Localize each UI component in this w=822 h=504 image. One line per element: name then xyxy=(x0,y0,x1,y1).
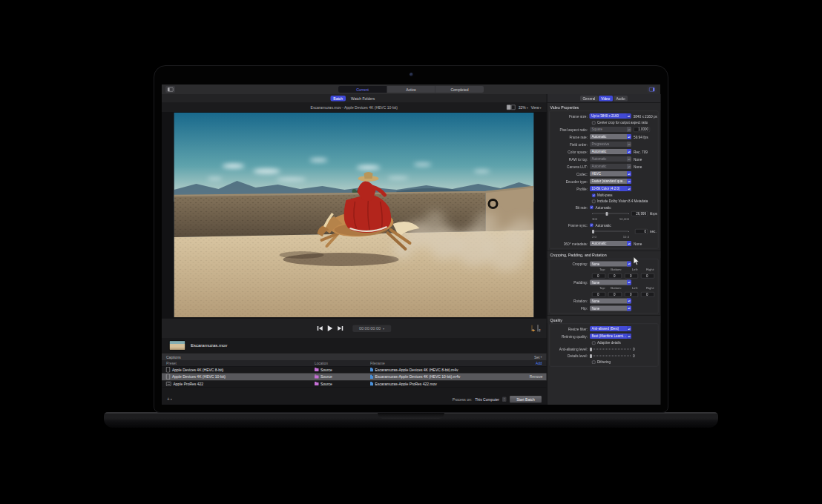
crop-top-field[interactable]: 0 xyxy=(592,273,605,279)
slider-thumb[interactable] xyxy=(590,348,592,351)
zoom-level-value: 32% xyxy=(519,105,526,110)
crop-right-field[interactable]: 0 xyxy=(641,273,654,279)
slider-thumb[interactable] xyxy=(590,354,592,358)
resize-filter-dropdown[interactable]: Anti-aliased (Best)▴▾ xyxy=(590,326,631,331)
meta360-dropdown[interactable]: Automatic▴▾ xyxy=(590,241,631,246)
bit-rate-slider[interactable] xyxy=(592,213,629,214)
color-space-dropdown[interactable]: Automatic▴▾ xyxy=(590,149,631,154)
pad-right-field[interactable]: 0 xyxy=(641,292,654,297)
preset-row-1[interactable]: Apple Devices 4K (HEVC 8-bit) Source Esc… xyxy=(162,366,547,374)
tab-batch[interactable]: Batch xyxy=(330,96,346,102)
file-icon xyxy=(370,382,373,386)
process-on-stepper[interactable]: ▵▿ xyxy=(502,397,507,402)
location-value: Source xyxy=(320,375,332,379)
pad-bottom-field[interactable]: 0 xyxy=(608,292,622,297)
frame-sync-field[interactable]: 0 xyxy=(635,229,648,234)
job-row[interactable]: Escaramuzas.mov xyxy=(162,338,547,353)
center-crop-row: Center crop for output aspect ratio xyxy=(592,120,657,126)
pixel-aspect-field[interactable]: 1.0000 xyxy=(634,127,650,132)
flip-dropdown[interactable]: None▴▾ xyxy=(590,306,631,311)
previous-frame-button[interactable] xyxy=(318,326,323,331)
inspector-toggle-button[interactable] xyxy=(647,86,657,93)
pixel-aspect-value: Square xyxy=(592,127,603,131)
frame-size-dropdown[interactable]: Up to 3840 x 2160▴▾ xyxy=(590,113,631,119)
frame-sync-auto-checkbox[interactable] xyxy=(590,223,594,227)
frame-sync-row: Frame sync: Automatic xyxy=(550,222,657,228)
view-menu-dropdown[interactable]: View xyxy=(531,105,542,110)
encoder-type-dropdown[interactable]: Faster (standard qua…▴▾ xyxy=(590,179,631,184)
next-frame-button[interactable] xyxy=(338,326,343,331)
batch-pane: Escaramuzas.mov Captions Set Preset Loca… xyxy=(162,338,547,405)
compare-view-icon[interactable] xyxy=(507,105,516,110)
tab-video[interactable]: Video xyxy=(599,96,613,102)
file-icon xyxy=(370,375,373,379)
bit-rate-auto-checkbox[interactable] xyxy=(590,205,594,209)
anti-aliasing-row: Anti-aliasing level: 0 xyxy=(550,346,657,353)
center-crop-checkbox[interactable] xyxy=(592,121,596,125)
pad-left-field[interactable]: 0 xyxy=(625,292,638,297)
tab-general[interactable]: General xyxy=(580,96,598,102)
chevron-updown-icon: ▴▾ xyxy=(627,179,631,184)
preset-row-3[interactable]: Apple ProRes 422 Source Escaramuzas-Appl… xyxy=(162,380,547,388)
retiming-quality-dropdown[interactable]: Best (Machine Learni…▴▾ xyxy=(590,334,631,339)
column-preset: Preset xyxy=(162,361,315,365)
pad-top-field[interactable]: 0 xyxy=(592,292,605,297)
tab-audio[interactable]: Audio xyxy=(614,96,628,102)
encoder-type-label: Encoder type: xyxy=(550,179,590,184)
details-level-slider[interactable] xyxy=(590,356,631,357)
crop-left-field[interactable]: 0 xyxy=(625,273,638,279)
preset-name: Apple Devices 4K (HEVC 10-bit) xyxy=(172,375,226,379)
folder-icon xyxy=(315,375,319,378)
tab-current[interactable]: Current xyxy=(338,86,387,93)
padding-dropdown[interactable]: None▴▾ xyxy=(590,280,631,285)
codec-label: Codec: xyxy=(550,172,590,176)
left-label: Left: xyxy=(625,286,638,291)
pixel-aspect-label: Pixel aspect ratio: xyxy=(550,127,590,132)
crop-bottom-field[interactable]: 0 xyxy=(608,273,622,279)
codec-dropdown[interactable]: HEVC▴▾ xyxy=(590,171,631,176)
cropping-label: Cropping: xyxy=(550,262,590,266)
remove-link[interactable]: Remove xyxy=(518,375,547,379)
cropping-dropdown[interactable]: None▴▾ xyxy=(590,262,631,267)
sidebar-toggle-button[interactable] xyxy=(165,86,175,93)
bit-rate-field[interactable]: 26,999 xyxy=(631,211,648,216)
captions-set-dropdown[interactable]: Set xyxy=(534,355,542,359)
frame-sync-unit: sec. xyxy=(650,229,657,233)
marker-menu[interactable] xyxy=(531,325,533,332)
anti-aliasing-slider[interactable] xyxy=(590,349,631,350)
zoom-level-dropdown[interactable]: 32% xyxy=(519,105,528,110)
adaptive-details-checkbox[interactable] xyxy=(592,341,596,345)
raw-to-log-value: Automatic xyxy=(592,157,607,161)
frame-sync-slider[interactable] xyxy=(592,231,629,232)
multi-pass-checkbox[interactable] xyxy=(592,193,596,197)
slider-thumb[interactable] xyxy=(606,212,608,216)
dithering-checkbox[interactable] xyxy=(592,360,596,364)
frame-rate-dropdown[interactable]: Automatic▴▾ xyxy=(590,134,631,139)
rotation-label: Rotation: xyxy=(550,299,590,303)
tab-active-label: Active xyxy=(406,87,416,92)
field-order-value: Progressive xyxy=(592,142,610,146)
chevron-updown-icon: ▴▾ xyxy=(627,299,631,304)
preset-row-2-selected[interactable]: Apple Devices 4K (HEVC 10-bit) Source Es… xyxy=(162,374,547,381)
tab-watch-folders[interactable]: Watch Folders xyxy=(348,96,378,102)
profile-dropdown[interactable]: 10-Bit Color (4:2:0)▴▾ xyxy=(590,186,631,191)
add-output-link[interactable]: Add xyxy=(536,361,542,365)
tab-active[interactable]: Active xyxy=(387,86,436,93)
start-batch-button[interactable]: Start Batch xyxy=(510,395,542,403)
captions-menu[interactable] xyxy=(537,325,540,332)
slider-thumb[interactable] xyxy=(592,230,594,233)
process-on-value: This Computer xyxy=(475,397,499,402)
preview-toolbar: Escaramuzas.mov - Apple Devices 4K (HEVC… xyxy=(162,102,547,113)
timecode-display[interactable]: 00:00:00:00 xyxy=(352,325,391,332)
column-filename: Filename xyxy=(370,361,547,365)
rotation-dropdown[interactable]: None▴▾ xyxy=(590,299,631,304)
color-space-info: Rec. 709 xyxy=(634,150,648,154)
color-space-row: Color space: Automatic▴▾ Rec. 709 xyxy=(550,148,657,156)
video-frame[interactable] xyxy=(174,113,534,317)
tab-completed[interactable]: Completed xyxy=(435,86,484,93)
dolby-vision-checkbox[interactable] xyxy=(592,199,596,203)
add-job-button[interactable]: + xyxy=(167,397,172,402)
play-button[interactable] xyxy=(328,325,333,331)
cropping-group: Cropping: None▴▾ Top: Bottom: Left: Righ… xyxy=(550,259,659,314)
job-name: Escaramuzas.mov xyxy=(191,343,227,348)
